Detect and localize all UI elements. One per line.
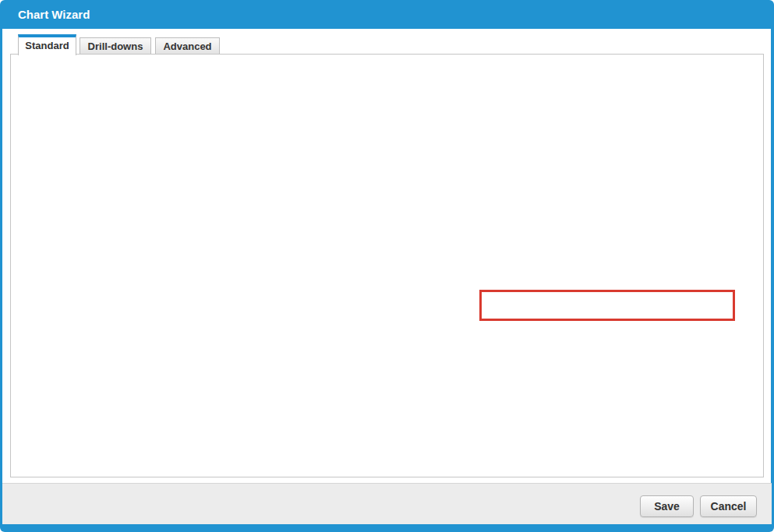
tab-advanced-label: Advanced (163, 41, 211, 52)
save-button[interactable]: Save (640, 495, 694, 517)
titlebar[interactable]: Chart Wizard (0, 0, 774, 29)
tab-drill-downs[interactable]: Drill-downs (80, 37, 151, 55)
cancel-button[interactable]: Cancel (700, 495, 757, 517)
standard-tab-panel (10, 54, 764, 477)
tab-standard[interactable]: Standard (18, 34, 76, 55)
dialog-frame: Chart Wizard Standard Drill-downs Advanc… (0, 0, 774, 532)
tab-drill-downs-label: Drill-downs (88, 41, 143, 52)
tab-advanced[interactable]: Advanced (155, 37, 220, 55)
tab-standard-label: Standard (25, 40, 69, 51)
chart-wizard-dialog: Chart Wizard Standard Drill-downs Advanc… (0, 0, 774, 532)
dialog-title: Chart Wizard (18, 8, 90, 21)
